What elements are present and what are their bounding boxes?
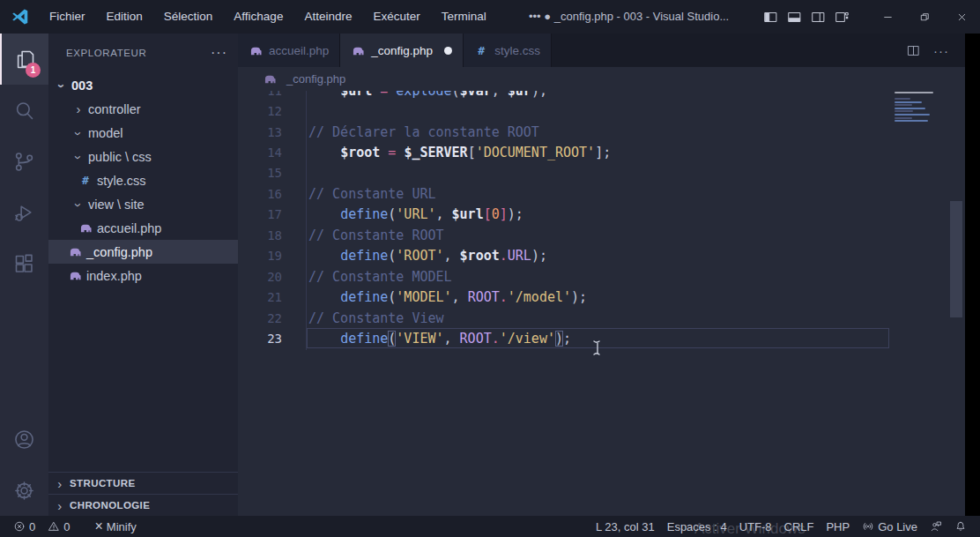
menu-affichage[interactable]: Affichage <box>223 10 293 23</box>
activity-settings[interactable] <box>0 465 48 516</box>
status-0[interactable]: 0 <box>41 516 76 537</box>
menu-sélection[interactable]: Sélection <box>153 10 224 23</box>
activity-source-control[interactable] <box>0 136 48 187</box>
activity-bar: 1 <box>0 34 48 516</box>
bell-icon[interactable] <box>948 516 973 537</box>
tab-label: _config.php <box>371 44 433 57</box>
activity-account[interactable] <box>0 414 48 465</box>
code-line-22[interactable]: 22// Constante View <box>238 308 965 328</box>
minimize-icon[interactable] <box>869 0 906 34</box>
window-title: ••• ● _config.php - 003 - Visual Studio.… <box>529 0 729 34</box>
chevron-down-icon: › <box>71 152 86 164</box>
status-label: PHP <box>826 520 850 533</box>
chevron-right-icon: › <box>54 476 66 491</box>
split-editor-icon[interactable] <box>906 43 921 58</box>
menu-atteindre[interactable]: Atteindre <box>293 10 362 23</box>
line-number: 14 <box>238 145 282 160</box>
code-line-12[interactable]: 12 <box>238 101 965 121</box>
tree-item-label: model <box>88 126 123 140</box>
views-more-actions-icon[interactable]: ··· <box>211 45 227 61</box>
tree-item-controller[interactable]: ›controller <box>48 97 238 121</box>
section-chronologie[interactable]: ›CHRONOLOGIE <box>48 494 238 516</box>
customize-layout-icon[interactable] <box>835 10 850 25</box>
status-label: L 23, col 31 <box>596 520 655 533</box>
restore-icon[interactable] <box>906 0 943 34</box>
line-number: 15 <box>238 166 282 180</box>
tree-item-publiccss[interactable]: ›public \ css <box>48 145 238 168</box>
tree-item-style.css[interactable]: #style.css <box>48 168 238 192</box>
tab-style.css[interactable]: #style.css <box>464 34 552 67</box>
status-minify[interactable]: ×Minify <box>88 516 142 537</box>
chevron-down-icon: › <box>71 199 86 212</box>
line-number: 17 <box>238 207 282 221</box>
tree-item-_config.php[interactable]: _config.php <box>48 240 238 264</box>
activity-explorer[interactable]: 1 <box>0 34 48 85</box>
tree-item-viewsite[interactable]: ›view \ site <box>48 192 238 216</box>
activity-search[interactable] <box>0 85 48 136</box>
tree-item-003[interactable]: ›003 <box>48 73 238 97</box>
explorer-sidebar: EXPLORATEUR ··· ›003›controller›model›pu… <box>48 34 238 516</box>
code-line-17[interactable]: 17 define('URL', $url[0]); <box>238 205 965 225</box>
tab-accueil.php[interactable]: accueil.php <box>238 34 340 67</box>
more-actions-icon[interactable]: ··· <box>933 43 949 58</box>
code-line-13[interactable]: 13// Déclarer la constante ROOT <box>238 122 965 142</box>
tree-item-model[interactable]: ›model <box>48 121 238 145</box>
menu-terminal[interactable]: Terminal <box>431 10 497 23</box>
tree-item-label: _config.php <box>86 245 152 259</box>
tab-_config.php[interactable]: _config.php <box>340 34 464 67</box>
close-icon: × <box>94 520 102 533</box>
close-icon[interactable] <box>943 0 980 34</box>
tree-item-index.php[interactable]: index.php <box>48 264 238 287</box>
code-line-20[interactable]: 20// Constante MODEL <box>238 266 965 287</box>
code-line-21[interactable]: 21 define('MODEL', ROOT.'/model'); <box>238 287 965 307</box>
toggle-panel-icon[interactable] <box>787 10 802 25</box>
menu-edition[interactable]: Edition <box>96 10 153 23</box>
chevron-down-icon: › <box>71 128 86 140</box>
toggle-secondary-sidebar-icon[interactable] <box>811 10 826 25</box>
section-label: CHRONOLOGIE <box>70 500 150 511</box>
code-line-16[interactable]: 16// Constante URL <box>238 183 965 204</box>
section-structure[interactable]: ›STRUCTURE <box>48 472 238 494</box>
screen-edge <box>965 34 980 516</box>
toggle-sidebar-icon[interactable] <box>763 10 778 25</box>
code-line-14[interactable]: 14 $root = $_SERVER['DOCUMENT_ROOT']; <box>238 142 965 162</box>
minimap-line <box>895 110 913 112</box>
chevron-down-icon: › <box>55 80 70 93</box>
activity-extensions[interactable] <box>0 238 48 289</box>
status-go-live[interactable]: Go Live <box>856 516 924 537</box>
breadcrumb[interactable]: _config.php <box>238 67 965 91</box>
activity-run-debug[interactable] <box>0 187 48 238</box>
line-number: 20 <box>238 270 282 284</box>
menu-fichier[interactable]: Fichier <box>39 10 96 23</box>
tree-item-label: accueil.php <box>97 221 161 235</box>
code-editor[interactable]: 11 $url = explode($var, $ur);1213// Décl… <box>238 80 965 349</box>
line-number: 23 <box>238 332 282 346</box>
tree-item-accueil.php[interactable]: accueil.php <box>48 216 238 240</box>
code-line-18[interactable]: 18// Constante ROOT <box>238 225 965 245</box>
minimap-line <box>895 120 928 122</box>
tab-label: style.css <box>494 44 540 57</box>
windows-activation-watermark: Activer Windows <box>694 520 806 537</box>
status-php[interactable]: PHP <box>820 516 856 537</box>
broadcast-icon <box>862 520 874 533</box>
tree-item-label: public \ css <box>88 150 152 164</box>
code-text: // Constante View <box>308 310 444 326</box>
code-text: // Déclarer la constante ROOT <box>308 124 539 140</box>
line-number: 16 <box>238 187 282 201</box>
menu-exécuter[interactable]: Exécuter <box>362 10 430 23</box>
code-text: // Constante URL <box>308 186 436 202</box>
status-0[interactable]: 0 <box>7 516 41 537</box>
code-text: define('MODEL', ROOT.'/model'); <box>308 289 587 305</box>
vscode-window: FichierEditionSélectionAffichageAtteindr… <box>0 0 980 537</box>
mouse-cursor-ibeam-icon <box>592 339 603 356</box>
php-file-icon <box>78 222 93 235</box>
modified-dot-icon[interactable] <box>444 47 452 55</box>
code-line-19[interactable]: 19 define('ROOT', $root.URL); <box>238 246 965 266</box>
error-icon <box>13 520 26 533</box>
minimap-line <box>895 92 933 93</box>
file-tree: ›003›controller›model›public \ css#style… <box>48 73 238 287</box>
code-line-15[interactable]: 15 <box>238 163 965 183</box>
vertical-scrollbar[interactable] <box>950 201 962 317</box>
status-l-23-col-31[interactable]: L 23, col 31 <box>590 516 661 537</box>
feedback-icon[interactable] <box>924 516 948 537</box>
